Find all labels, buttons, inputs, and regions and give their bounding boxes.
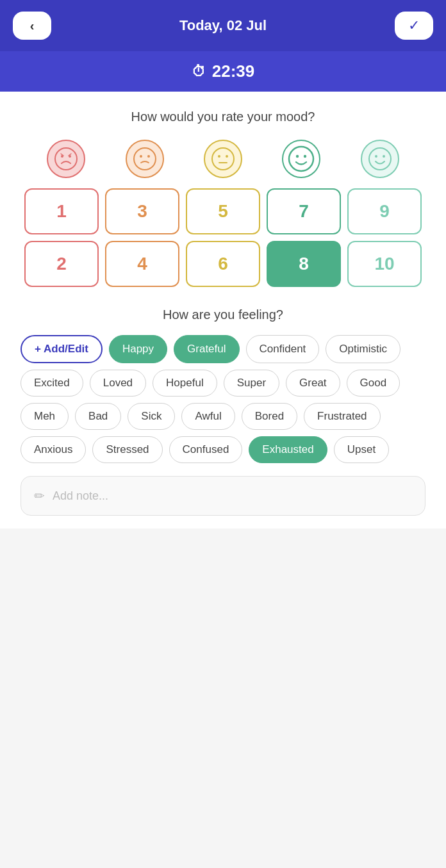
mood-number-2[interactable]: 2 — [24, 241, 99, 287]
mood-number-7[interactable]: 7 — [267, 188, 341, 234]
feeling-great[interactable]: Great — [286, 370, 340, 397]
mood-number-6[interactable]: 6 — [186, 241, 260, 287]
mood-number-1[interactable]: 1 — [24, 188, 99, 234]
mood-number-10[interactable]: 10 — [347, 241, 422, 287]
mood-numbers-grid: 1 3 5 7 9 2 4 6 8 10 — [21, 188, 425, 287]
note-placeholder: Add note... — [53, 489, 108, 503]
svg-point-13 — [296, 155, 299, 158]
pencil-icon: ✏ — [34, 488, 45, 504]
feelings-grid: + Add/Edit Happy Grateful Confident Opti… — [21, 335, 425, 463]
header-title: Today, 02 Jul — [179, 17, 267, 34]
feeling-good[interactable]: Good — [347, 370, 401, 397]
svg-point-14 — [304, 155, 306, 158]
face-happy-selected[interactable] — [282, 140, 320, 178]
svg-point-8 — [212, 148, 234, 170]
svg-point-17 — [383, 155, 385, 158]
main-content: How would you rate your mood? — [0, 92, 446, 528]
feeling-confident[interactable]: Confident — [246, 335, 320, 363]
feeling-grateful[interactable]: Grateful — [174, 335, 239, 363]
svg-point-10 — [226, 155, 228, 158]
feeling-optimistic[interactable]: Optimistic — [326, 335, 401, 363]
feeling-loved[interactable]: Loved — [90, 370, 146, 397]
feeling-happy[interactable]: Happy — [109, 335, 167, 363]
feeling-awful[interactable]: Awful — [181, 403, 235, 430]
note-area[interactable]: ✏ Add note... — [21, 476, 425, 516]
clock-icon: ⏱ — [192, 63, 206, 80]
face-very-sad[interactable] — [47, 140, 85, 178]
mood-rating-section: How would you rate your mood? — [21, 110, 425, 287]
feelings-section: How are you feeling? + Add/Edit Happy Gr… — [21, 307, 425, 463]
feeling-super[interactable]: Super — [224, 370, 279, 397]
face-sad[interactable] — [126, 140, 164, 178]
svg-point-9 — [218, 155, 220, 158]
feelings-question: How are you feeling? — [21, 307, 425, 322]
mood-number-3[interactable]: 3 — [105, 188, 179, 234]
svg-point-5 — [134, 148, 156, 170]
back-button[interactable]: ‹ — [13, 12, 51, 40]
svg-point-7 — [147, 155, 150, 158]
header: ‹ Today, 02 Jul ✓ — [0, 0, 446, 51]
svg-point-16 — [375, 155, 377, 158]
check-icon: ✓ — [408, 17, 420, 34]
back-icon: ‹ — [30, 19, 35, 33]
feeling-anxious[interactable]: Anxious — [21, 436, 86, 463]
mood-question: How would you rate your mood? — [21, 110, 425, 124]
svg-point-6 — [140, 155, 142, 158]
current-time: 22:39 — [212, 61, 255, 81]
feeling-meh[interactable]: Meh — [21, 403, 69, 430]
mood-number-9[interactable]: 9 — [347, 188, 422, 234]
feeling-sick[interactable]: Sick — [128, 403, 175, 430]
mood-number-8[interactable]: 8 — [267, 241, 341, 287]
feeling-stressed[interactable]: Stressed — [92, 436, 162, 463]
feeling-excited[interactable]: Excited — [21, 370, 83, 397]
svg-point-12 — [289, 147, 313, 171]
svg-point-15 — [369, 148, 391, 170]
face-very-happy[interactable] — [361, 140, 399, 178]
feeling-bored[interactable]: Bored — [242, 403, 297, 430]
confirm-button[interactable]: ✓ — [395, 12, 433, 40]
time-bar: ⏱ 22:39 — [0, 51, 446, 92]
face-neutral[interactable] — [204, 140, 242, 178]
mood-number-4[interactable]: 4 — [105, 241, 179, 287]
feeling-hopeful[interactable]: Hopeful — [153, 370, 217, 397]
feeling-bad[interactable]: Bad — [75, 403, 121, 430]
feeling-upset[interactable]: Upset — [334, 436, 389, 463]
feeling-confused[interactable]: Confused — [169, 436, 243, 463]
faces-row — [21, 140, 425, 178]
feeling-exhausted[interactable]: Exhausted — [249, 436, 327, 463]
svg-point-0 — [55, 148, 77, 170]
feeling-frustrated[interactable]: Frustrated — [304, 403, 380, 430]
mood-number-5[interactable]: 5 — [186, 188, 260, 234]
add-edit-button[interactable]: + Add/Edit — [21, 335, 103, 363]
